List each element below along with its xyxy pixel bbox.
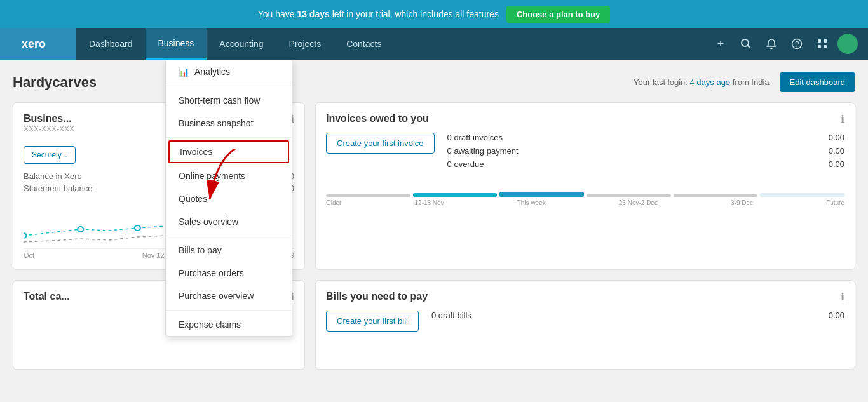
top-navigation: xero Dashboard Business Accounting Proje… xyxy=(0,28,868,60)
dropdown-quotes[interactable]: Quotes xyxy=(166,187,292,210)
svg-text:?: ? xyxy=(795,40,799,49)
logo[interactable]: xero xyxy=(0,28,76,60)
chart-label-oct: Oct xyxy=(24,251,34,259)
dropdown-expense-claims[interactable]: Expense claims xyxy=(166,313,292,336)
bills-content: Create your first bill 0 draft bills 0.0… xyxy=(326,311,844,332)
main-content: Hardycarves Your last login: 4 days ago … xyxy=(0,60,868,402)
secure-button[interactable]: Securely... xyxy=(24,146,76,164)
bills-card: Bills you need to pay ℹ Create your firs… xyxy=(315,280,855,370)
last-login-time: 4 days ago xyxy=(690,77,731,87)
awaiting-payment-row: 0 awaiting payment 0.00 xyxy=(447,146,844,156)
dropdown-divider-2 xyxy=(166,137,292,138)
invoice-content: Create your first invoice 0 draft invoic… xyxy=(326,133,844,173)
bar-older xyxy=(326,194,410,197)
draft-bills-row: 0 draft bills 0.00 xyxy=(431,311,844,320)
invoices-card-header: Invoices owed to you ℹ xyxy=(326,113,844,125)
page-header: Hardycarves Your last login: 4 days ago … xyxy=(13,72,855,92)
svg-point-9 xyxy=(24,233,26,238)
svg-point-10 xyxy=(78,227,83,232)
page-header-right: Your last login: 4 days ago from India E… xyxy=(634,72,855,92)
svg-text:xero: xero xyxy=(22,37,46,50)
overdue-row: 0 overdue 0.00 xyxy=(447,159,844,169)
page-title: Hardycarves xyxy=(13,74,97,91)
trial-banner: You have 13 days left in your trial, whi… xyxy=(0,0,868,28)
bar-label-this-week: This week xyxy=(517,199,546,206)
svg-rect-6 xyxy=(824,39,827,43)
choose-plan-button[interactable]: Choose a plan to buy xyxy=(506,6,610,23)
balance-xero-label: Balance in Xero xyxy=(24,171,82,181)
dropdown-invoices[interactable]: Invoices xyxy=(168,140,289,163)
dropdown-divider-3 xyxy=(166,236,292,236)
draft-bills-value: 0.00 xyxy=(829,311,844,320)
dropdown-purchase-orders[interactable]: Purchase orders xyxy=(166,262,292,285)
svg-rect-5 xyxy=(818,39,821,43)
overdue-value: 0.00 xyxy=(829,159,844,169)
bar-12-18-nov xyxy=(413,193,498,197)
nav-item-accounting[interactable]: Accounting xyxy=(207,28,276,60)
draft-invoices-value: 0.00 xyxy=(829,133,844,142)
purchase-overview-label: Purchase overview xyxy=(179,291,254,301)
invoice-bar-chart xyxy=(326,192,844,197)
draft-invoices-row: 0 draft invoices 0.00 xyxy=(447,133,844,142)
bar-future xyxy=(760,193,844,197)
overdue-label: 0 overdue xyxy=(447,159,484,169)
svg-rect-8 xyxy=(824,45,827,48)
nav-item-dashboard[interactable]: Dashboard xyxy=(76,28,146,60)
bar-26-nov xyxy=(587,194,671,197)
business-card-title: Busines... xyxy=(24,113,74,124)
bills-card-header: Bills you need to pay ℹ xyxy=(326,291,844,303)
svg-point-1 xyxy=(742,39,749,46)
nav-item-business[interactable]: Business xyxy=(146,28,207,60)
create-invoice-button[interactable]: Create your first invoice xyxy=(326,133,435,154)
bills-card-title: Bills you need to pay xyxy=(326,291,428,302)
invoices-card-title: Invoices owed to you xyxy=(326,113,429,124)
search-icon[interactable] xyxy=(736,34,756,54)
bar-label-26-nov: 26 Nov-2 Dec xyxy=(619,199,658,206)
nav-items: Dashboard Business Accounting Projects C… xyxy=(76,28,710,60)
create-bill-button[interactable]: Create your first bill xyxy=(326,311,419,332)
invoices-card: Invoices owed to you ℹ Create your first… xyxy=(315,102,855,270)
svg-point-11 xyxy=(135,225,140,231)
bar-3-9-dec xyxy=(674,194,758,197)
bell-icon[interactable] xyxy=(761,34,782,54)
dropdown-business-snapshot[interactable]: Business snapshot xyxy=(166,112,292,135)
dropdown-sales-overview[interactable]: Sales overview xyxy=(166,210,292,233)
statement-balance-label: Statement balance xyxy=(24,184,92,193)
account-number: XXX-XXX-XXX xyxy=(24,124,74,133)
purchase-orders-label: Purchase orders xyxy=(179,268,244,278)
total-cash-title: Total ca... xyxy=(24,291,70,302)
nav-item-contacts[interactable]: Contacts xyxy=(334,28,394,60)
quotes-label: Quotes xyxy=(179,194,207,204)
grid-icon[interactable] xyxy=(812,34,832,54)
dropdown-online-payments[interactable]: Online payments xyxy=(166,164,292,187)
online-payments-label: Online payments xyxy=(179,171,245,181)
help-icon[interactable]: ? xyxy=(787,34,807,54)
svg-line-2 xyxy=(748,46,751,49)
bar-label-future: Future xyxy=(826,199,844,206)
edit-dashboard-button[interactable]: Edit dashboard xyxy=(780,72,855,92)
bills-info-icon[interactable]: ℹ xyxy=(841,291,844,303)
expense-claims-label: Expense claims xyxy=(179,319,241,330)
draft-bills-label: 0 draft bills xyxy=(431,311,471,320)
bar-label-12-18-nov: 12-18 Nov xyxy=(415,199,444,206)
business-snapshot-label: Business snapshot xyxy=(179,118,254,128)
dropdown-purchase-overview[interactable]: Purchase overview xyxy=(166,285,292,307)
draft-invoices-label: 0 draft invoices xyxy=(447,133,503,142)
cards-row-1: Busines... XXX-XXX-XXX ℹ Securely... Bal… xyxy=(13,102,855,270)
bills-to-pay-label: Bills to pay xyxy=(179,245,222,255)
dropdown-analytics[interactable]: 📊 Analytics xyxy=(166,60,292,83)
dropdown-short-term-cashflow[interactable]: Short-term cash flow xyxy=(166,89,292,112)
awaiting-payment-value: 0.00 xyxy=(829,146,844,156)
user-avatar[interactable] xyxy=(837,34,858,54)
business-dropdown-menu: 📊 Analytics Short-term cash flow Busines… xyxy=(165,60,292,337)
nav-item-projects[interactable]: Projects xyxy=(276,28,334,60)
nav-right-icons: + ? xyxy=(710,34,868,54)
plus-icon[interactable]: + xyxy=(710,34,731,54)
awaiting-payment-label: 0 awaiting payment xyxy=(447,146,519,156)
dashboard-area: Hardycarves Your last login: 4 days ago … xyxy=(0,60,868,402)
sales-overview-label: Sales overview xyxy=(179,217,238,227)
dropdown-bills-to-pay[interactable]: Bills to pay xyxy=(166,239,292,262)
invoices-info-icon[interactable]: ℹ xyxy=(841,113,844,125)
dropdown-divider-1 xyxy=(166,86,292,86)
bar-label-3-9-dec: 3-9 Dec xyxy=(731,199,753,206)
